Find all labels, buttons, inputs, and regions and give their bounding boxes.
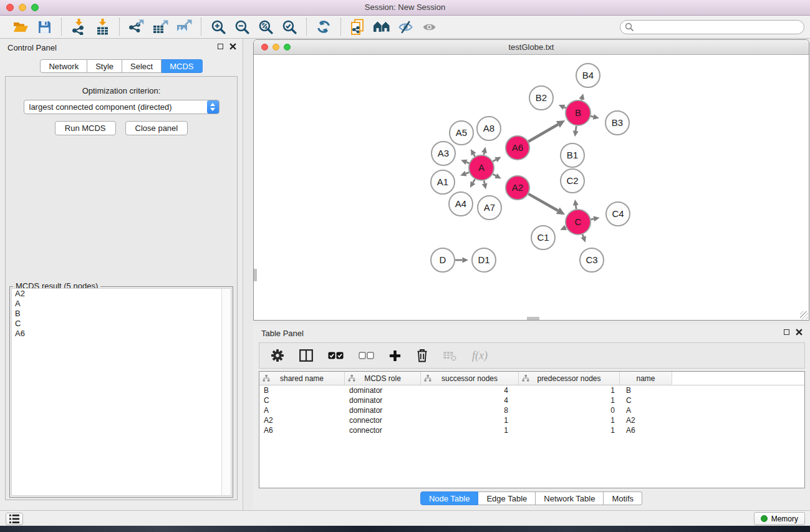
column-header-mcds-role[interactable]: MCDS role [345, 372, 421, 385]
graph-node-B3[interactable]: B3 [605, 111, 629, 135]
table-row[interactable]: Adominator80A [259, 405, 804, 415]
add-column-button[interactable] [389, 346, 401, 365]
column-header-successor-nodes[interactable]: successor nodes [421, 372, 519, 385]
graph-node-A[interactable]: A [469, 155, 494, 180]
mcds-result-item[interactable]: A6 [12, 329, 231, 339]
export-table-button[interactable] [148, 17, 172, 37]
graph-edge-A-A3[interactable] [466, 162, 469, 163]
graph-node-C[interactable]: C [566, 210, 591, 235]
import-table-button[interactable] [90, 17, 114, 37]
graph-edge-B-B3[interactable] [591, 116, 593, 117]
select-all-columns-button[interactable] [328, 346, 344, 365]
float-panel-icon[interactable] [784, 329, 789, 335]
graph-edge-B-B1[interactable] [576, 126, 576, 131]
graph-edge-A-A6[interactable] [493, 160, 496, 162]
column-header-shared-name[interactable]: shared name [259, 372, 345, 385]
table-row[interactable]: Bdominator41B [259, 385, 804, 395]
zoom-selected-button[interactable] [277, 17, 301, 37]
close-panel-button[interactable]: Close panel [125, 121, 188, 135]
float-panel-icon[interactable] [218, 44, 223, 49]
graph-node-B[interactable]: B [566, 100, 591, 125]
graph-node-B1[interactable]: B1 [561, 143, 584, 167]
tab-motifs[interactable]: Motifs [604, 491, 642, 505]
tab-network-table[interactable]: Network Table [536, 491, 604, 505]
graph-edge-A-A7[interactable] [484, 181, 485, 184]
show-column-panel-button[interactable] [299, 346, 313, 365]
graph-edge-A-A5[interactable] [474, 154, 475, 156]
graph-node-B2[interactable]: B2 [529, 86, 553, 110]
zoom-in-button[interactable] [206, 17, 230, 37]
graph-edge-B-B2[interactable] [564, 107, 566, 108]
horizontal-scroll-nub[interactable] [527, 317, 539, 320]
table-row[interactable]: A2connector11A2 [259, 415, 804, 425]
tab-network[interactable]: Network [40, 59, 87, 73]
table-row[interactable]: Cdominator41C [259, 395, 804, 405]
export-image-button[interactable] [172, 17, 196, 37]
delete-columns-button[interactable] [416, 346, 428, 365]
tab-edge-table[interactable]: Edge Table [478, 491, 536, 505]
table-settings-button[interactable] [271, 346, 284, 365]
mcds-result-item[interactable]: C [12, 319, 231, 329]
column-header-predecessor-nodes[interactable]: predecessor nodes [519, 372, 620, 385]
resize-grip[interactable] [800, 311, 808, 319]
graph-node-A3[interactable]: A3 [432, 142, 455, 165]
first-neighbors-button[interactable] [370, 17, 393, 37]
export-network-button[interactable] [125, 17, 148, 37]
graph-edge-A-A1[interactable] [466, 172, 469, 173]
graph-node-C1[interactable]: C1 [531, 226, 555, 249]
network-canvas[interactable]: B4B2BB3A8A5A6A3B1AA1C2A2A4A7C4CC1C3DD1 [254, 55, 809, 320]
table-row[interactable]: A6connector11A6 [259, 425, 804, 435]
graph-node-C2[interactable]: C2 [561, 169, 584, 193]
function-builder-button[interactable]: f(x) [472, 346, 488, 365]
graph-node-A7[interactable]: A7 [478, 196, 501, 220]
graph-node-A5[interactable]: A5 [450, 121, 473, 145]
graph-node-A6[interactable]: A6 [506, 136, 529, 160]
tab-node-table[interactable]: Node Table [420, 491, 479, 505]
search-input[interactable] [620, 20, 804, 34]
graph-node-B4[interactable]: B4 [576, 64, 600, 87]
graph-edge-C-C2[interactable] [576, 205, 576, 209]
graph-node-D[interactable]: D [431, 248, 455, 272]
graph-edge-A2-C[interactable] [528, 194, 557, 211]
save-session-button[interactable] [32, 17, 56, 37]
tab-mcds[interactable]: MCDS [162, 59, 202, 73]
run-mcds-button[interactable]: Run MCDS [55, 121, 116, 135]
import-network-button[interactable] [67, 17, 90, 37]
tab-style[interactable]: Style [87, 59, 122, 73]
graph-edge-A-A8[interactable] [484, 153, 485, 155]
task-history-button[interactable] [6, 513, 23, 525]
mcds-result-item[interactable]: A2 [12, 289, 231, 299]
graph-edge-A6-B[interactable] [528, 124, 558, 142]
mcds-result-item[interactable]: B [12, 309, 231, 319]
vertical-scroll-nub[interactable] [254, 269, 257, 281]
result-list-scrollbar[interactable] [221, 289, 231, 495]
tab-select[interactable]: Select [122, 59, 162, 73]
column-header-name[interactable]: name [620, 372, 672, 385]
graph-node-A4[interactable]: A4 [449, 192, 473, 216]
show-all-button[interactable] [417, 17, 441, 37]
graph-node-A8[interactable]: A8 [477, 117, 501, 140]
graph-node-A2[interactable]: A2 [506, 176, 529, 200]
mcds-result-item[interactable]: A [12, 299, 231, 309]
memory-button[interactable]: Memory [754, 512, 805, 525]
mcds-result-list[interactable]: A2ABCA6 [11, 288, 231, 496]
graph-edge-A-A2[interactable] [493, 174, 496, 176]
network-window-titlebar[interactable]: testGlobe.txt [254, 40, 809, 55]
graph-edge-C-C4[interactable] [591, 219, 594, 220]
close-panel-icon[interactable] [229, 43, 236, 50]
graph-edge-A-A4[interactable] [473, 179, 475, 182]
new-network-from-selection-button[interactable] [346, 17, 370, 37]
hide-selected-button[interactable] [393, 17, 417, 37]
open-session-button[interactable] [9, 17, 32, 37]
deselect-all-columns-button[interactable] [359, 346, 374, 365]
graph-node-A1[interactable]: A1 [431, 170, 455, 194]
graph-node-C4[interactable]: C4 [606, 202, 630, 226]
refresh-button[interactable] [312, 17, 335, 37]
zoom-out-button[interactable] [230, 17, 254, 37]
graph-node-C3[interactable]: C3 [580, 248, 604, 272]
zoom-fit-button[interactable] [254, 17, 277, 37]
graph-edge-C-C3[interactable] [582, 235, 583, 237]
optimization-criterion-dropdown[interactable]: largest connected component (directed) [24, 100, 219, 114]
graph-node-D1[interactable]: D1 [472, 248, 496, 272]
delete-table-button[interactable] [443, 346, 457, 365]
